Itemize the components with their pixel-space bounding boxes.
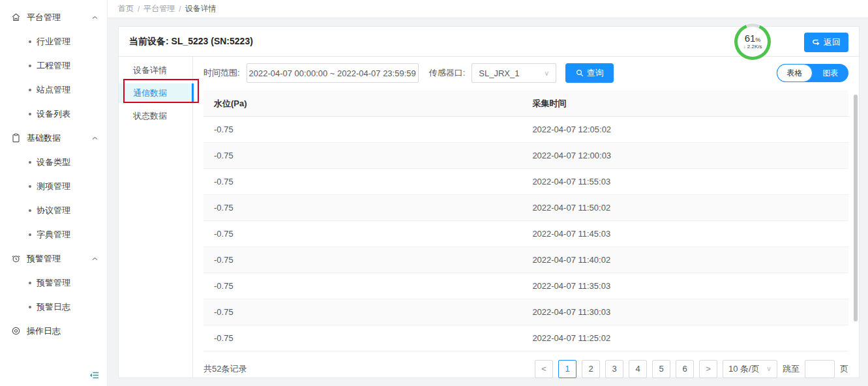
page-button-1[interactable]: 1 xyxy=(558,360,576,378)
sidebar-item-设备列表[interactable]: 设备列表 xyxy=(0,102,107,126)
sidebar-item-label: 工程管理 xyxy=(37,60,70,72)
main-area: 首页/平台管理/设备详情 当前设备: SL_5223 (SN:5223) 61%… xyxy=(108,0,868,386)
page-button-3[interactable]: 3 xyxy=(605,360,623,378)
cell-collect-time: 2022-04-07 11:50:02 xyxy=(532,203,848,213)
prev-page-button[interactable]: < xyxy=(535,360,553,378)
breadcrumb-separator: / xyxy=(179,5,181,14)
sidebar-group-label: 预警管理 xyxy=(27,253,92,265)
sidebar-item-label: 站点管理 xyxy=(37,84,70,96)
search-button[interactable]: 查询 xyxy=(565,63,614,83)
view-toggle-图表[interactable]: 图表 xyxy=(813,64,848,82)
page-button-4[interactable]: 4 xyxy=(629,360,647,378)
table-row[interactable]: -0.752022-04-07 11:45:03 xyxy=(203,221,848,247)
table-row[interactable]: -0.752022-04-07 11:40:02 xyxy=(203,247,848,273)
clipboard-icon xyxy=(10,133,21,143)
bullet-icon xyxy=(29,282,31,284)
chevron-down-icon: ∨ xyxy=(766,364,771,373)
page-button-6[interactable]: 6 xyxy=(676,360,694,378)
view-toggle-表格[interactable]: 表格 xyxy=(777,64,813,82)
table-row[interactable]: -0.752022-04-07 11:35:03 xyxy=(203,273,848,299)
cell-water-level: -0.75 xyxy=(203,307,532,317)
page-size-select[interactable]: 10 条/页∨ xyxy=(723,360,777,378)
total-records-text: 共52条记录 xyxy=(203,363,247,375)
sidebar-item-label: 预警管理 xyxy=(37,277,70,289)
sidebar-item-预警管理[interactable]: 预警管理 xyxy=(0,271,107,295)
next-page-button[interactable]: > xyxy=(699,360,717,378)
view-toggle[interactable]: 表格图表 xyxy=(777,64,848,82)
sidebar-item-label: 设备列表 xyxy=(37,108,70,120)
pagination: <123456>10 条/页∨跳至页 xyxy=(535,360,848,378)
back-button[interactable]: 返回 xyxy=(804,33,848,52)
jump-to-label: 跳至 xyxy=(783,363,800,375)
jump-page-suffix-label: 页 xyxy=(840,363,848,375)
table-body: -0.752022-04-07 12:05:02-0.752022-04-07 … xyxy=(203,117,848,351)
sidebar-item-行业管理[interactable]: 行业管理 xyxy=(0,29,107,53)
sensor-port-label: 传感器口: xyxy=(429,67,466,79)
page-size-value: 10 条/页 xyxy=(728,363,760,375)
bullet-icon xyxy=(29,40,31,43)
breadcrumb-separator: / xyxy=(138,5,140,14)
table-row[interactable]: -0.752022-04-07 12:00:03 xyxy=(203,143,848,169)
cell-water-level: -0.75 xyxy=(203,255,532,265)
sidebar-group-label: 平台管理 xyxy=(27,12,92,23)
bullet-icon xyxy=(29,113,31,115)
jump-to-page-input[interactable] xyxy=(805,360,835,378)
table-row[interactable]: -0.752022-04-07 11:25:02 xyxy=(203,325,848,351)
download-arrow-icon: ↓ xyxy=(743,44,746,50)
card-body: 设备详情通信数据状态数据 时间范围: 2022-04-07 00:00:00 ~… xyxy=(119,57,859,378)
sidebar: 平台管理行业管理工程管理站点管理设备列表基础数据设备类型测项管理协议管理字典管理… xyxy=(0,0,108,386)
column-header: 采集时间 xyxy=(532,98,848,110)
sidebar-item-工程管理[interactable]: 工程管理 xyxy=(0,53,107,78)
scrollbar-thumb[interactable] xyxy=(854,95,858,321)
breadcrumb-item[interactable]: 平台管理 xyxy=(143,3,175,14)
table-row[interactable]: -0.752022-04-07 11:55:03 xyxy=(203,169,848,195)
sidebar-group-平台管理[interactable]: 平台管理 xyxy=(0,5,107,29)
sidebar-item-设备类型[interactable]: 设备类型 xyxy=(0,150,107,174)
cell-collect-time: 2022-04-07 11:30:03 xyxy=(532,307,848,317)
sidebar-group-预警管理[interactable]: 预警管理 xyxy=(0,246,107,271)
device-detail-card: 当前设备: SL_5223 (SN:5223) 61% ↓ 2.2K/s 返回 … xyxy=(118,26,860,378)
sidebar-item-字典管理[interactable]: 字典管理 xyxy=(0,222,107,246)
sidebar-item-协议管理[interactable]: 协议管理 xyxy=(0,198,107,222)
table-row[interactable]: -0.752022-04-07 11:50:02 xyxy=(203,195,848,221)
bullet-icon xyxy=(29,306,31,308)
sidebar-item-站点管理[interactable]: 站点管理 xyxy=(0,78,107,102)
cell-collect-time: 2022-04-07 12:05:02 xyxy=(532,125,848,134)
tab-通信数据[interactable]: 通信数据 xyxy=(119,83,192,103)
page-button-5[interactable]: 5 xyxy=(652,360,670,378)
network-speed-gauge[interactable]: 61% ↓ 2.2K/s xyxy=(734,23,771,60)
cell-collect-time: 2022-04-07 11:25:02 xyxy=(532,333,848,343)
time-range-input[interactable]: 2022-04-07 00:00:00 ~ 2022-04-07 23:59:5… xyxy=(247,63,419,83)
sidebar-group-基础数据[interactable]: 基础数据 xyxy=(0,126,107,150)
bullet-icon xyxy=(29,185,31,188)
breadcrumb-item[interactable]: 首页 xyxy=(118,3,134,14)
sensor-port-select[interactable]: SL_JRX_1 ∨ xyxy=(471,63,556,83)
bullet-icon xyxy=(29,233,31,236)
collapse-sidebar-icon[interactable] xyxy=(89,371,99,379)
cell-water-level: -0.75 xyxy=(203,333,532,343)
tab-设备详情[interactable]: 设备详情 xyxy=(119,61,192,80)
table-row[interactable]: -0.752022-04-07 11:30:03 xyxy=(203,299,848,325)
column-header: 水位(Pa) xyxy=(203,98,532,110)
time-range-label: 时间范围: xyxy=(203,67,240,79)
cell-water-level: -0.75 xyxy=(203,281,532,291)
sidebar-item-预警日志[interactable]: 预警日志 xyxy=(0,295,107,319)
breadcrumb: 首页/平台管理/设备详情 xyxy=(108,0,868,18)
cell-collect-time: 2022-04-07 11:40:02 xyxy=(532,255,848,265)
bullet-icon xyxy=(29,89,31,91)
cell-collect-time: 2022-04-07 11:45:03 xyxy=(532,229,848,239)
sidebar-menu: 平台管理行业管理工程管理站点管理设备列表基础数据设备类型测项管理协议管理字典管理… xyxy=(0,0,107,343)
table-header: 水位(Pa)采集时间 xyxy=(203,91,848,117)
bullet-icon xyxy=(29,65,31,67)
page-button-2[interactable]: 2 xyxy=(582,360,600,378)
gauge-percent: 61% xyxy=(745,33,761,44)
bullet-icon xyxy=(29,161,31,164)
cell-collect-time: 2022-04-07 11:35:03 xyxy=(532,281,848,291)
sidebar-item-label: 预警日志 xyxy=(37,301,70,313)
sidebar-item-操作日志[interactable]: 操作日志 xyxy=(0,319,107,343)
sidebar-item-测项管理[interactable]: 测项管理 xyxy=(0,174,107,198)
chevron-up-icon xyxy=(92,16,98,20)
table-row[interactable]: -0.752022-04-07 12:05:02 xyxy=(203,117,848,143)
tab-状态数据[interactable]: 状态数据 xyxy=(119,106,192,126)
bullet-icon xyxy=(29,209,31,212)
